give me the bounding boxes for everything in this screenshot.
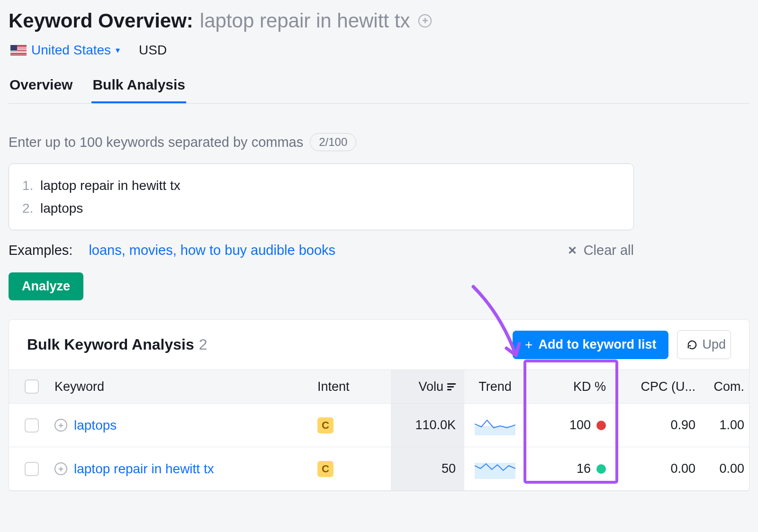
col-keyword[interactable]: Keyword [54,379,317,394]
analyze-button[interactable]: Analyze [9,272,83,300]
keyword-count-pill: 2/100 [310,133,356,151]
com-cell: 1.00 [701,418,749,433]
col-volume[interactable]: Volu [391,370,464,403]
refresh-icon [687,340,697,350]
cpc-cell: 0.90 [618,418,701,433]
update-button[interactable]: Upd [677,330,731,359]
examples-links[interactable]: loans, movies, how to buy audible books [89,243,335,258]
col-intent[interactable]: Intent [317,379,391,394]
svg-rect-1 [475,463,515,479]
results-panel: Bulk Keyword Analysis 2 + Add to keyword… [9,319,749,491]
add-keyword-icon[interactable]: + [418,14,432,27]
col-kd[interactable]: KD % [526,379,618,394]
results-title: Bulk Keyword Analysis [27,336,194,353]
country-label: United States [31,43,111,58]
header-keyword: laptop repair in hewitt tx [200,9,410,32]
col-cpc[interactable]: CPC (U... [618,379,701,394]
examples-label: Examples: [9,243,72,258]
row-checkbox[interactable] [25,462,39,476]
results-count: 2 [199,336,208,353]
sort-desc-icon [447,383,456,390]
keyword-link[interactable]: laptop repair in hewitt tx [74,461,214,477]
results-table: Keyword Intent Volu Trend KD % CPC (U...… [9,370,749,491]
close-icon: ✕ [568,244,577,257]
add-row-icon[interactable]: + [54,419,67,432]
us-flag-icon [10,45,27,55]
volume-cell: 110.0K [391,404,464,447]
tabs: Overview Bulk Analysis [9,77,749,104]
add-to-keyword-list-button[interactable]: + Add to keyword list [513,331,668,359]
col-com[interactable]: Com. [701,379,749,394]
keyword-link[interactable]: laptops [74,418,117,433]
tab-overview[interactable]: Overview [9,77,73,103]
page-header: Keyword Overview: laptop repair in hewit… [9,9,749,32]
kd-dot-icon [596,421,606,430]
trend-sparkline [475,415,515,435]
add-to-list-label: Add to keyword list [538,337,656,352]
tab-bulk-analysis[interactable]: Bulk Analysis [91,77,186,103]
intent-badge: C [317,461,334,477]
cpc-cell: 0.00 [618,461,701,476]
currency-label: USD [139,43,167,58]
kd-value: 100 [569,418,591,433]
intent-badge: C [317,417,334,433]
keyword-line: 2.laptops [22,197,620,220]
keywords-textarea[interactable]: 1.laptop repair in hewitt tx 2.laptops [9,163,634,230]
com-cell: 0.00 [701,461,749,476]
kd-dot-icon [596,464,606,474]
col-trend[interactable]: Trend [464,379,526,394]
prompt-text: Enter up to 100 keywords separated by co… [9,135,303,150]
volume-cell: 50 [391,447,464,490]
kd-value: 16 [577,461,591,476]
clear-all-button[interactable]: ✕ Clear all [568,243,634,258]
page-title: Keyword Overview: [9,9,193,32]
trend-sparkline [475,459,515,479]
table-header: Keyword Intent Volu Trend KD % CPC (U...… [9,370,749,404]
plus-icon: + [525,337,532,352]
row-checkbox[interactable] [25,418,39,433]
country-selector[interactable]: United States ▾ [10,43,120,58]
keyword-line: 1.laptop repair in hewitt tx [22,174,620,197]
add-row-icon[interactable]: + [54,462,67,475]
clear-all-label: Clear all [584,243,634,258]
update-label: Upd [702,337,726,352]
chevron-down-icon: ▾ [116,45,120,55]
table-row: + laptop repair in hewitt tx C 50 16 [9,447,749,491]
subheader: United States ▾ USD [9,43,749,58]
select-all-checkbox[interactable] [25,379,39,394]
table-row: + laptops C 110.0K 100 [9,404,749,447]
prompt-row: Enter up to 100 keywords separated by co… [9,133,749,151]
